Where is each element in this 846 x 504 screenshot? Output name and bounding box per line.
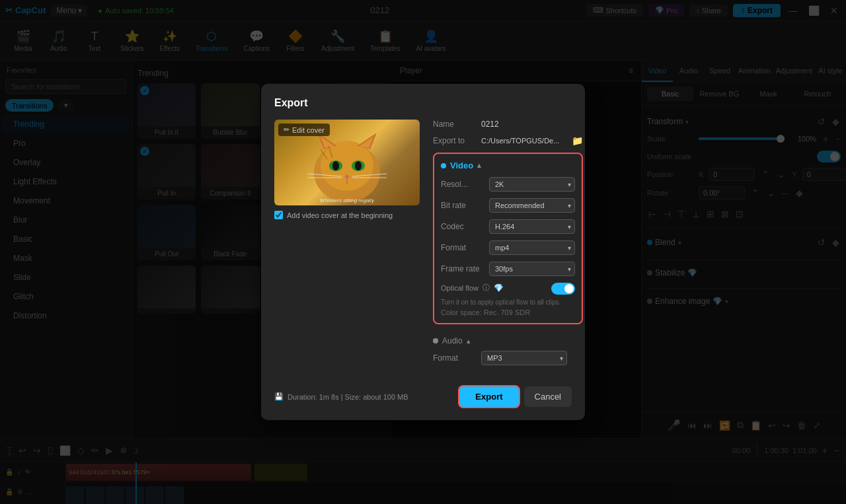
audio-section: Audio ▴ Format MP3 AAC WAV xyxy=(433,331,583,377)
framerate-field: Frame rate 30fps 24fps 60fps xyxy=(441,262,575,276)
resolution-label: Resol... xyxy=(441,180,484,189)
framerate-select[interactable]: 30fps 24fps 60fps xyxy=(489,262,575,276)
bitrate-field: Bit rate Recommended Low High xyxy=(441,198,575,213)
codec-select[interactable]: H.264 H.265 ProRes xyxy=(489,219,575,234)
audio-section-toggle[interactable]: ▴ xyxy=(467,337,471,345)
format-field: Format mp4 mov avi xyxy=(441,240,575,255)
format-select-wrap: mp4 mov avi xyxy=(489,240,575,255)
add-video-cover-label: Add video cover at the beginning xyxy=(287,211,393,219)
modal-cover: Whiskers sitting regally ✏ Edit cover xyxy=(274,120,420,205)
codec-field: Codec H.264 H.265 ProRes xyxy=(441,219,575,234)
codec-label: Codec xyxy=(441,222,484,231)
video-section-header: Video ▴ xyxy=(441,161,575,170)
bitrate-select-wrap: Recommended Low High xyxy=(489,198,575,213)
modal-footer: 💾 Duration: 1m 8s | Size: about 100 MB E… xyxy=(274,386,572,407)
modal-body: Whiskers sitting regally ✏ Edit cover Ad… xyxy=(274,120,572,377)
svg-text:Whiskers sitting regally: Whiskers sitting regally xyxy=(320,198,375,203)
optical-flow-info-icon[interactable]: ⓘ xyxy=(482,283,490,293)
svg-point-8 xyxy=(332,161,339,170)
video-section: Video ▴ Resol... 2K 1080p 720p 4K xyxy=(433,153,583,324)
edit-icon: ✏ xyxy=(284,126,289,134)
audio-format-select[interactable]: MP3 AAC WAV xyxy=(481,351,567,365)
add-video-cover-row: Add video cover at the beginning xyxy=(274,211,420,219)
edit-cover-button[interactable]: ✏ Edit cover xyxy=(278,124,330,136)
export-path-container: C:/Users/TOPGUS/De... 📁 xyxy=(481,135,583,146)
optical-flow-desc: Turn it on to apply optical flow to all … xyxy=(441,299,575,306)
optical-flow-toggle-knob xyxy=(564,284,574,293)
export-path-browse-button[interactable]: 📁 xyxy=(572,135,583,146)
optical-flow-row: Optical flow ⓘ 💎 xyxy=(441,283,575,295)
audio-section-header: Audio ▴ xyxy=(433,336,583,345)
framerate-select-wrap: 30fps 24fps 60fps xyxy=(489,262,575,276)
export-modal: Export xyxy=(261,84,585,420)
audio-format-field: Format MP3 AAC WAV xyxy=(433,351,583,365)
video-section-label: Video xyxy=(450,161,473,170)
audio-format-select-wrap: MP3 AAC WAV xyxy=(481,351,567,365)
resolution-select-wrap: 2K 1080p 720p 4K xyxy=(489,177,575,192)
svg-point-9 xyxy=(355,161,362,170)
export-button[interactable]: Export xyxy=(459,386,518,407)
export-to-field: Export to C:/Users/TOPGUS/De... 📁 xyxy=(433,135,583,146)
optical-flow-toggle[interactable] xyxy=(551,283,575,295)
modal-right: Name 0212 Export to C:/Users/TOPGUS/De..… xyxy=(433,120,583,377)
bitrate-select[interactable]: Recommended Low High xyxy=(489,198,575,213)
video-section-toggle[interactable]: ▴ xyxy=(477,161,481,170)
format-label: Format xyxy=(441,243,484,252)
modal-title: Export xyxy=(274,97,572,109)
bitrate-label: Bit rate xyxy=(441,201,484,210)
modal-overlay[interactable]: Export xyxy=(0,0,846,504)
modal-left: Whiskers sitting regally ✏ Edit cover Ad… xyxy=(274,120,420,377)
add-video-cover-checkbox[interactable] xyxy=(274,211,283,219)
export-path-value: C:/Users/TOPGUS/De... xyxy=(481,137,569,145)
video-section-dot xyxy=(441,163,446,168)
audio-format-label: Format xyxy=(433,353,476,363)
optical-flow-pro-icon: 💎 xyxy=(494,283,504,293)
name-label: Name xyxy=(433,120,476,129)
name-field: Name 0212 xyxy=(433,120,583,129)
cancel-button[interactable]: Cancel xyxy=(524,386,572,407)
resolution-select[interactable]: 2K 1080p 720p 4K xyxy=(489,177,575,192)
name-value: 0212 xyxy=(481,120,583,129)
codec-select-wrap: H.264 H.265 ProRes xyxy=(489,219,575,234)
modal-footer-buttons: Export Cancel xyxy=(459,386,572,407)
modal-footer-info: 💾 Duration: 1m 8s | Size: about 100 MB xyxy=(274,392,408,401)
duration-size-label: Duration: 1m 8s | Size: about 100 MB xyxy=(288,393,408,401)
optical-flow-label: Optical flow ⓘ 💎 xyxy=(441,283,504,293)
disk-icon: 💾 xyxy=(274,392,284,401)
color-space-label: Color space: Rec. 709 SDR xyxy=(441,308,575,316)
framerate-label: Frame rate xyxy=(441,264,484,273)
audio-section-dot xyxy=(433,338,438,343)
format-select[interactable]: mp4 mov avi xyxy=(489,240,575,255)
export-to-label: Export to xyxy=(433,136,476,145)
resolution-field: Resol... 2K 1080p 720p 4K xyxy=(441,177,575,192)
audio-section-label: Audio xyxy=(442,336,463,345)
cat-svg: Whiskers sitting regally xyxy=(288,126,406,205)
